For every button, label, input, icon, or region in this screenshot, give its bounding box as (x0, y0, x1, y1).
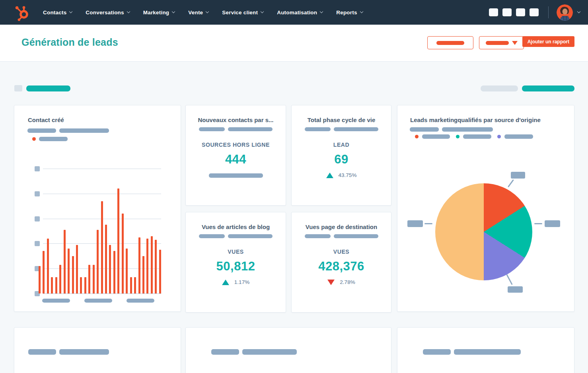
chevron-down-icon (69, 10, 72, 13)
header-action-placeholder-button[interactable] (427, 36, 473, 49)
trend-up-icon (222, 280, 229, 285)
add-report-button[interactable]: Ajouter un rapport (522, 36, 574, 47)
card-title-placeholder (423, 349, 521, 355)
nav-item-contacts[interactable]: Contacts (43, 10, 72, 16)
kpi-delta-value: 2.78% (340, 279, 355, 285)
nav-item-reports[interactable]: Reports (336, 10, 362, 16)
nav-right-tools (485, 0, 580, 25)
bar (138, 237, 140, 293)
card-title: Total phase cycle de vie (308, 117, 376, 123)
nav-item-service-client[interactable]: Service client (222, 10, 263, 16)
top-navbar: Contacts Conversations Marketing Vente S… (0, 0, 588, 25)
bar (84, 277, 86, 293)
card-subtitle-placeholder (199, 234, 273, 238)
card-contact-cree: Contact créé (14, 105, 181, 312)
bar (159, 250, 161, 293)
bar (142, 256, 144, 293)
nav-divider (548, 6, 549, 18)
nav-item-label: Conversations (86, 10, 124, 16)
nav-icon-placeholder-4[interactable] (530, 8, 539, 16)
card-subtitle-placeholder (305, 127, 378, 131)
pie-callout-placeholder (407, 220, 423, 227)
kpi-label: SOURCES HORS LIGNE (202, 142, 270, 148)
card-nouveaux-contacts: Nouveaux contacts par s... SOURCES HORS … (185, 105, 286, 206)
page-header: Génération de leads Ajouter un rapport (0, 25, 588, 62)
bar (88, 265, 90, 293)
legend-dot (32, 137, 36, 141)
bar (72, 256, 74, 293)
pie-legend-dot (415, 135, 419, 138)
hubspot-logo-icon[interactable] (14, 4, 31, 21)
header-dropdown-placeholder-button[interactable] (479, 36, 524, 49)
dropdown-arrow-icon (512, 41, 518, 45)
button-label-placeholder (436, 41, 464, 45)
kpi-delta: 43.75% (326, 172, 357, 178)
chevron-down-icon (261, 10, 264, 13)
bar (47, 239, 49, 293)
kpi-label: LEAD (333, 142, 350, 148)
nav-icon-placeholder-1[interactable] (489, 8, 498, 16)
dashboard-name-placeholder[interactable] (26, 85, 70, 91)
bar (122, 214, 124, 293)
kpi-label: VUES (228, 249, 244, 255)
chevron-down-icon (172, 10, 175, 13)
pie-legend (415, 134, 533, 139)
nav-item-vente[interactable]: Vente (188, 10, 208, 16)
kpi-delta: 1.17% (222, 279, 249, 285)
bar (80, 277, 82, 293)
trend-down-icon (327, 280, 335, 285)
bar (146, 239, 148, 293)
nav-item-label: Marketing (143, 10, 169, 16)
nav-menu: Contacts Conversations Marketing Vente S… (43, 10, 376, 16)
card-title-placeholder (28, 349, 109, 355)
dashboard-filter-icon[interactable] (14, 85, 22, 91)
bar (101, 201, 103, 293)
filter-placeholder-teal[interactable] (522, 85, 574, 91)
pie-callout-line (508, 179, 514, 187)
chevron-down-icon (206, 10, 209, 13)
bar-chart-plot (39, 169, 161, 293)
card-title: Leads marketingqualifiés par source d'or… (410, 117, 541, 123)
nav-icon-placeholder-2[interactable] (502, 8, 512, 16)
card-subtitle-placeholder (199, 127, 273, 131)
bar (134, 277, 136, 293)
nav-item-label: Reports (336, 10, 357, 16)
filter-placeholder-gray[interactable] (481, 85, 518, 91)
nav-item-label: Automatisation (277, 10, 317, 16)
bar (97, 230, 99, 293)
card-bottom-1 (14, 327, 181, 373)
kpi-footer-placeholder (209, 173, 263, 178)
user-avatar[interactable] (557, 4, 573, 21)
button-label-placeholder (486, 41, 509, 45)
card-title: Contact créé (28, 117, 64, 123)
chevron-down-icon (127, 10, 130, 13)
pie-callout-placeholder (545, 220, 560, 227)
nav-item-automatisation[interactable]: Automatisation (277, 10, 323, 16)
card-subtitle-placeholder (27, 128, 109, 133)
kpi-value: 50,812 (216, 259, 255, 274)
card-bottom-2 (185, 327, 391, 373)
card-subtitle-placeholder (410, 127, 493, 132)
bar (155, 240, 157, 293)
nav-icon-placeholder-3[interactable] (516, 8, 525, 16)
bar-chart-legend (32, 137, 68, 141)
pie-callout-line (424, 223, 432, 224)
bar (93, 265, 95, 293)
card-leads-mql: Leads marketingqualifiés par source d'or… (397, 105, 574, 312)
kpi-value: 69 (334, 152, 348, 167)
kpi-label: VUES (333, 249, 350, 255)
kpi-value: 444 (225, 152, 246, 167)
bar (64, 230, 66, 293)
nav-item-label: Service client (222, 10, 258, 16)
pie-callout-placeholder (511, 172, 525, 179)
bar (105, 225, 107, 293)
nav-item-conversations[interactable]: Conversations (86, 10, 129, 16)
chevron-down-icon (360, 10, 363, 13)
page-title: Génération de leads (21, 37, 118, 48)
kpi-delta: 2.78% (327, 279, 355, 285)
card-total-phase: Total phase cycle de vie LEAD 69 43.75% (291, 105, 391, 206)
chevron-down-icon[interactable] (577, 10, 580, 13)
kpi-value: 428,376 (318, 259, 364, 274)
card-vues-page-destination: Vues page de destination VUES 428,376 2.… (291, 212, 391, 313)
nav-item-marketing[interactable]: Marketing (143, 10, 175, 16)
